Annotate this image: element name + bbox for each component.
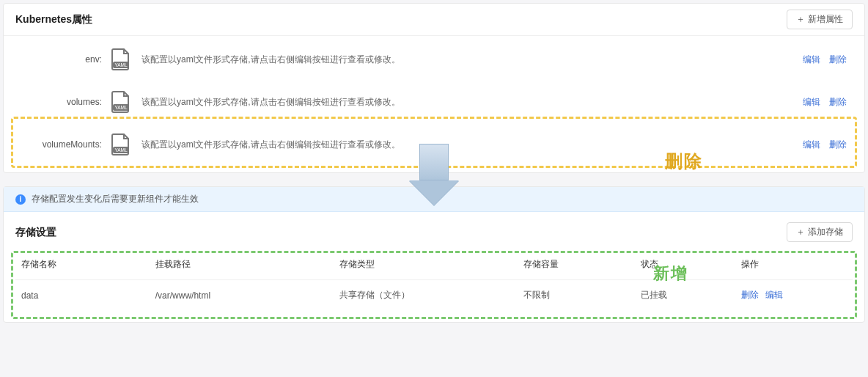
col-capacity: 存储容量 xyxy=(518,249,635,280)
row-edit-link[interactable]: 编辑 xyxy=(765,290,783,300)
cell-name: data xyxy=(15,280,150,311)
col-type: 存储类型 xyxy=(334,249,518,280)
col-name: 存储名称 xyxy=(15,249,150,280)
plus-icon: ＋ xyxy=(796,226,805,238)
col-status: 状态 xyxy=(635,249,735,280)
k8s-row-env: env: YAML 该配置以yaml文件形式存储,请点击右侧编辑按钮进行查看或修… xyxy=(15,36,853,78)
cell-type: 共享存储（文件） xyxy=(334,280,518,311)
arrow-container xyxy=(3,179,865,186)
info-icon: i xyxy=(15,194,26,205)
table-row: data /var/www/html 共享存储（文件） 不限制 已挂载 删除 编… xyxy=(15,280,853,311)
delete-link-volumemounts[interactable]: 删除 xyxy=(829,139,847,151)
k8s-label-volumes: volumes: xyxy=(15,97,111,107)
k8s-actions-env: 编辑 删除 xyxy=(803,54,853,66)
storage-title: 存储设置 xyxy=(15,226,56,239)
cell-actions: 删除 编辑 xyxy=(735,280,853,311)
k8s-title: Kubernetes属性 xyxy=(15,13,92,26)
table-header-row: 存储名称 挂载路径 存储类型 存储容量 状态 操作 xyxy=(15,249,853,280)
edit-link-volumemounts[interactable]: 编辑 xyxy=(803,139,820,151)
k8s-desc-volumes: 该配置以yaml文件形式存储,请点击右侧编辑按钮进行查看或修改。 xyxy=(141,96,803,109)
add-storage-button[interactable]: ＋ 添加存储 xyxy=(787,222,853,242)
yaml-file-icon: YAML xyxy=(111,90,131,114)
col-path: 挂载路径 xyxy=(150,249,334,280)
add-storage-label: 添加存储 xyxy=(808,226,843,238)
k8s-actions-volumes: 编辑 删除 xyxy=(803,96,853,109)
arrow-down-icon xyxy=(409,144,459,207)
delete-link-volumes[interactable]: 删除 xyxy=(829,96,847,109)
cell-path: /var/www/html xyxy=(150,280,334,311)
storage-body: 存储名称 挂载路径 存储类型 存储容量 状态 操作 data /var/www/… xyxy=(4,249,864,322)
storage-header: 存储设置 ＋ 添加存储 xyxy=(4,212,864,249)
svg-text:YAML: YAML xyxy=(114,105,128,110)
k8s-label-volumemounts: volumeMounts: xyxy=(15,139,111,150)
row-delete-link[interactable]: 删除 xyxy=(741,290,759,300)
svg-text:YAML: YAML xyxy=(114,147,128,153)
storage-table: 存储名称 挂载路径 存储类型 存储容量 状态 操作 data /var/www/… xyxy=(15,249,853,310)
k8s-row-volumes: volumes: YAML 该配置以yaml文件形式存储,请点击右侧编辑按钮进行… xyxy=(15,78,853,121)
k8s-label-env: env: xyxy=(15,54,111,65)
k8s-desc-env: 该配置以yaml文件形式存储,请点击右侧编辑按钮进行查看或修改。 xyxy=(141,54,803,66)
yaml-file-icon: YAML xyxy=(111,48,131,71)
yaml-file-icon: YAML xyxy=(111,133,131,156)
add-attribute-label: 新增属性 xyxy=(808,13,843,26)
delete-link-env[interactable]: 删除 xyxy=(829,54,847,66)
edit-link-env[interactable]: 编辑 xyxy=(803,54,820,66)
col-actions: 操作 xyxy=(735,249,853,280)
k8s-actions-volumemounts: 编辑 删除 xyxy=(803,139,853,151)
add-attribute-button[interactable]: ＋ 新增属性 xyxy=(787,10,853,29)
cell-capacity: 不限制 xyxy=(518,280,635,311)
k8s-card-header: Kubernetes属性 ＋ 新增属性 xyxy=(4,4,864,36)
svg-text:YAML: YAML xyxy=(114,62,128,67)
plus-icon: ＋ xyxy=(796,13,805,26)
storage-alert-text: 存储配置发生变化后需要更新组件才能生效 xyxy=(32,193,199,205)
cell-status: 已挂载 xyxy=(635,280,735,311)
k8s-desc-volumemounts: 该配置以yaml文件形式存储,请点击右侧编辑按钮进行查看或修改。 xyxy=(141,139,803,151)
edit-link-volumes[interactable]: 编辑 xyxy=(803,96,820,109)
